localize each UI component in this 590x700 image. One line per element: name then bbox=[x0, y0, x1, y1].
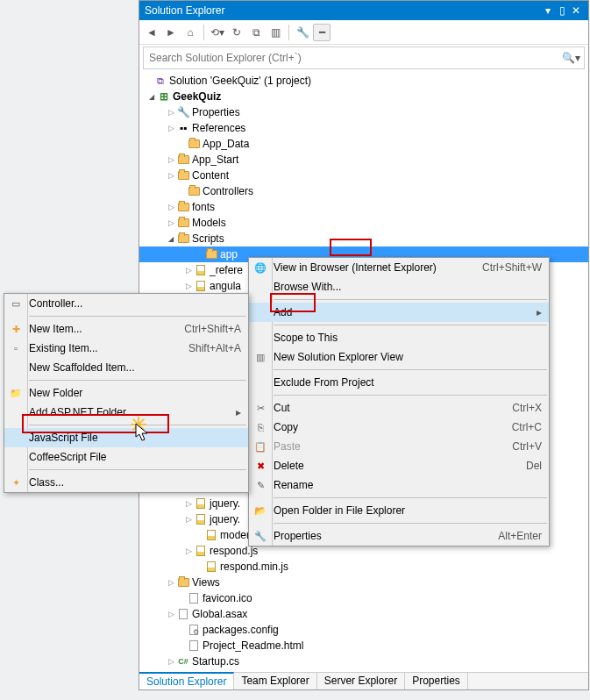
preview-button[interactable]: ━ bbox=[313, 24, 331, 41]
file-node[interactable]: Global.asax bbox=[139, 606, 588, 622]
open-folder-icon: 📂 bbox=[252, 505, 268, 517]
references-node[interactable]: ▪▪References bbox=[139, 120, 588, 136]
collapse-button[interactable]: ⧉ bbox=[247, 24, 265, 41]
menu-rename[interactable]: ✎Rename bbox=[249, 475, 549, 495]
toolbar: ◄ ► ⌂ ⟲▾ ↻ ⧉ ▥ 🔧 ━ bbox=[139, 20, 588, 45]
home-button[interactable]: ⌂ bbox=[181, 24, 199, 41]
folder-icon bbox=[204, 247, 218, 261]
file-node[interactable]: respond.min.js bbox=[139, 559, 588, 575]
show-all-button[interactable]: ▥ bbox=[267, 24, 284, 41]
file-node[interactable]: favicon.ico bbox=[139, 590, 588, 606]
browser-icon: 🌐 bbox=[252, 262, 268, 274]
config-icon bbox=[176, 670, 190, 672]
js-file-icon bbox=[194, 512, 208, 526]
menu-scope[interactable]: Scope to This bbox=[249, 328, 549, 347]
dropdown-icon[interactable]: ▾ bbox=[541, 4, 555, 17]
js-file-icon bbox=[194, 544, 208, 558]
folder-icon bbox=[176, 200, 190, 214]
js-file-icon bbox=[204, 560, 218, 574]
folder-icon bbox=[176, 216, 190, 230]
properties-button[interactable]: 🔧 bbox=[294, 24, 311, 41]
file-node[interactable]: packages.config bbox=[139, 622, 588, 638]
submenu-arrow-icon: ▸ bbox=[537, 306, 542, 318]
menu-browse-with[interactable]: Browse With... bbox=[249, 277, 549, 296]
folder-node[interactable]: App_Start bbox=[139, 152, 588, 168]
forward-button[interactable]: ► bbox=[162, 24, 180, 41]
project-node[interactable]: ⊞ GeekQuiz bbox=[139, 89, 588, 104]
folder-icon bbox=[176, 232, 190, 246]
rename-icon: ✎ bbox=[252, 480, 268, 491]
tab-team-explorer[interactable]: Team Explorer bbox=[234, 673, 316, 689]
tab-server-explorer[interactable]: Server Explorer bbox=[317, 673, 405, 689]
folder-icon bbox=[187, 184, 201, 198]
menu-new-folder[interactable]: 📁New Folder bbox=[4, 383, 248, 403]
project-icon: ⊞ bbox=[157, 89, 171, 104]
close-icon[interactable]: ✕ bbox=[569, 4, 583, 17]
view-icon: ▥ bbox=[252, 352, 268, 363]
js-file-icon bbox=[204, 528, 218, 542]
folder-icon bbox=[176, 153, 190, 167]
project-label: GeekQuiz bbox=[173, 90, 221, 103]
menu-class[interactable]: ✦Class... bbox=[4, 473, 248, 492]
menu-open-folder[interactable]: 📂Open Folder in File Explorer bbox=[249, 501, 549, 520]
file-icon bbox=[187, 639, 201, 653]
tab-solution-explorer[interactable]: Solution Explorer bbox=[139, 672, 234, 689]
config-icon bbox=[187, 623, 201, 637]
controller-icon: ▭ bbox=[8, 298, 24, 310]
menu-delete[interactable]: ✖DeleteDel bbox=[249, 456, 549, 475]
menu-new-item[interactable]: ✚New Item...Ctrl+Shift+A bbox=[4, 319, 248, 339]
folder-node[interactable]: App_Data bbox=[139, 136, 588, 152]
menu-new-sev[interactable]: ▥New Solution Explorer View bbox=[249, 347, 549, 367]
menu-controller[interactable]: ▭Controller... bbox=[4, 294, 248, 313]
submenu-arrow-icon: ▸ bbox=[236, 406, 241, 418]
menu-cut[interactable]: ✂CutCtrl+X bbox=[249, 398, 549, 418]
file-node[interactable]: Web.config bbox=[139, 669, 588, 672]
menu-copy[interactable]: ⎘CopyCtrl+C bbox=[249, 418, 549, 437]
folder-node[interactable]: fonts bbox=[139, 199, 588, 215]
menu-existing-item[interactable]: ▫Existing Item...Shift+Alt+A bbox=[4, 339, 248, 358]
menu-view-browser[interactable]: 🌐View in Browser (Internet Explorer)Ctrl… bbox=[249, 258, 549, 277]
sync-button[interactable]: ⟲▾ bbox=[209, 24, 226, 41]
solution-label: Solution 'GeekQuiz' (1 project) bbox=[169, 75, 311, 87]
js-file-icon bbox=[194, 496, 208, 511]
scripts-node[interactable]: Scripts bbox=[139, 231, 588, 246]
chevron-down-icon[interactable] bbox=[146, 93, 157, 101]
folder-node[interactable]: Controllers bbox=[139, 183, 588, 199]
properties-node[interactable]: 🔧Properties bbox=[139, 104, 588, 120]
refresh-button[interactable]: ↻ bbox=[228, 24, 245, 41]
menu-scaffolded[interactable]: New Scaffolded Item... bbox=[4, 358, 248, 377]
search-input[interactable] bbox=[147, 51, 562, 65]
context-menu: 🌐View in Browser (Internet Explorer)Ctrl… bbox=[248, 257, 550, 546]
cs-file-icon bbox=[176, 654, 190, 668]
file-icon bbox=[176, 607, 190, 621]
menu-exclude[interactable]: Exclude From Project bbox=[249, 373, 549, 392]
cut-icon: ✂ bbox=[252, 403, 268, 414]
tab-properties[interactable]: Properties bbox=[405, 673, 468, 689]
file-node[interactable]: Startup.cs bbox=[139, 654, 588, 669]
panel-title: Solution Explorer bbox=[145, 4, 541, 17]
copy-icon: ⎘ bbox=[252, 422, 268, 432]
js-file-icon bbox=[194, 279, 208, 293]
menu-javascript-file[interactable]: JavaScript File bbox=[4, 428, 248, 447]
solution-node[interactable]: ⧉ Solution 'GeekQuiz' (1 project) bbox=[139, 73, 588, 89]
js-file-icon bbox=[194, 263, 208, 277]
menu-add[interactable]: Add▸ bbox=[249, 303, 549, 322]
search-icon[interactable]: 🔍▾ bbox=[562, 52, 580, 64]
pin-icon[interactable]: ▯ bbox=[555, 4, 569, 17]
search-box[interactable]: 🔍▾ bbox=[143, 46, 585, 69]
folder-node[interactable]: Models bbox=[139, 215, 588, 231]
new-item-icon: ✚ bbox=[8, 324, 24, 335]
add-submenu: ▭Controller... ✚New Item...Ctrl+Shift+A … bbox=[4, 293, 249, 493]
existing-item-icon: ▫ bbox=[8, 343, 24, 354]
references-icon: ▪▪ bbox=[176, 121, 190, 135]
back-button[interactable]: ◄ bbox=[143, 24, 160, 41]
menu-coffeescript-file[interactable]: CoffeeScript File bbox=[4, 447, 248, 467]
menu-aspnet-folder[interactable]: Add ASP.NET Folder▸ bbox=[4, 403, 248, 422]
class-icon: ✦ bbox=[8, 477, 24, 489]
solution-icon: ⧉ bbox=[153, 74, 167, 88]
file-node[interactable]: Project_Readme.html bbox=[139, 638, 588, 654]
folder-node[interactable]: Content bbox=[139, 168, 588, 183]
folder-node[interactable]: Views bbox=[139, 575, 588, 590]
menu-properties[interactable]: 🔧PropertiesAlt+Enter bbox=[249, 526, 549, 546]
paste-icon: 📋 bbox=[252, 441, 268, 453]
